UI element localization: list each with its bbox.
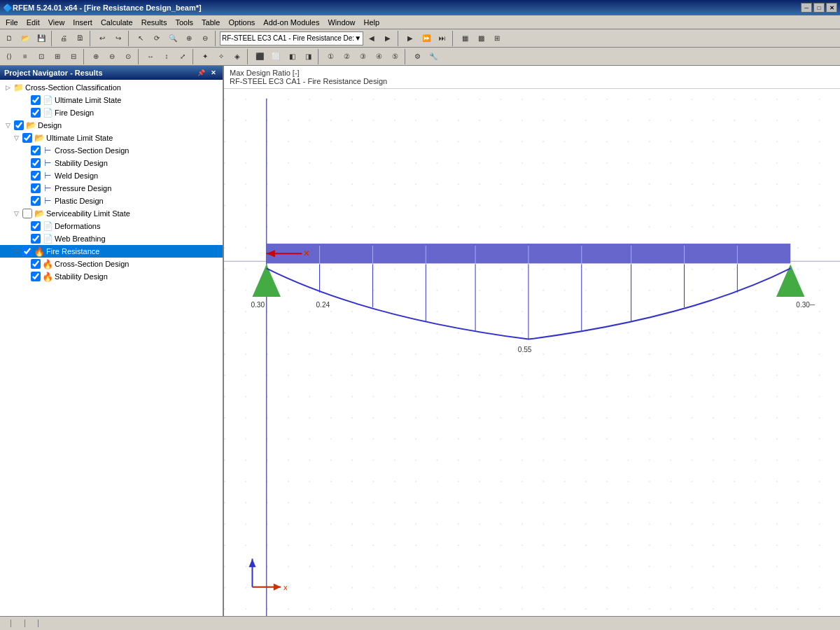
tb2-25[interactable]: 🔧 <box>426 49 441 64</box>
minimize-button[interactable]: ─ <box>801 3 812 13</box>
menu-options[interactable]: Options <box>224 17 259 28</box>
tb2-5[interactable]: ⊟ <box>66 49 81 64</box>
tb2-10[interactable]: ↕ <box>159 49 174 64</box>
tree-item-fr[interactable]: ▽ 🔥 Fire Resistance <box>0 245 223 258</box>
tree-item-uls1[interactable]: 📄 Ultimate Limit State <box>0 94 223 106</box>
tb2-21[interactable]: ③ <box>355 49 370 64</box>
check-csd[interactable] <box>31 146 41 155</box>
tree-item-sls[interactable]: ▽ 📂 Serviceability Limit State <box>0 207 223 220</box>
tree-item-def[interactable]: 📄 Deformations <box>0 220 223 232</box>
tb-zoom[interactable]: 🔍 <box>165 31 181 46</box>
tree-item-fr-sd[interactable]: 🔥 Stability Design <box>0 270 223 283</box>
tb2-9[interactable]: ↔ <box>143 49 158 64</box>
menu-edit[interactable]: Edit <box>22 17 44 28</box>
menu-table[interactable]: Table <box>197 17 224 28</box>
tb-grid3[interactable]: ⊞ <box>489 31 505 46</box>
tb-run3[interactable]: ⏭ <box>435 31 450 46</box>
tb2-16[interactable]: ⬜ <box>268 49 284 64</box>
tb2-20[interactable]: ② <box>339 49 354 64</box>
tb2-14[interactable]: ◈ <box>230 49 245 64</box>
tb-run2[interactable]: ⏩ <box>419 31 434 46</box>
tb2-4[interactable]: ⊞ <box>50 49 65 64</box>
maximize-button[interactable]: □ <box>813 3 825 13</box>
toolbar2: ⟨⟩ ≡ ⊡ ⊞ ⊟ ⊕ ⊖ ⊙ ↔ ↕ ⤢ ✦ ✧ ◈ ⬛ ⬜ ◧ ◨ ① ②… <box>0 48 840 66</box>
check-wb[interactable] <box>31 234 41 244</box>
tb2-15[interactable]: ⬛ <box>252 49 267 64</box>
menu-help[interactable]: Help <box>360 17 384 28</box>
tb-grid1[interactable]: ▦ <box>457 31 472 46</box>
tb2-8[interactable]: ⊙ <box>120 49 136 64</box>
check-fire1[interactable] <box>31 108 41 118</box>
sep3 <box>128 31 131 46</box>
tb-rotate[interactable]: ⟳ <box>149 31 164 46</box>
tree-item-pd[interactable]: ⊢ Pressure Design <box>0 182 223 195</box>
check-fr-csd[interactable] <box>31 259 41 269</box>
addon-dropdown[interactable]: RF-STEEL EC3 CA1 - Fire Resistance De: ▼ <box>220 31 363 46</box>
tb2-19[interactable]: ① <box>323 49 338 64</box>
panel-pin-button[interactable]: 📌 <box>195 69 207 76</box>
tree-item-sd1[interactable]: ⊢ Stability Design <box>0 157 223 169</box>
tb-select[interactable]: ↖ <box>133 31 148 46</box>
tb2-2[interactable]: ≡ <box>18 49 33 64</box>
tb2-11[interactable]: ⤢ <box>175 49 190 64</box>
tree-item-fire1[interactable]: 📄 Fire Design <box>0 106 223 119</box>
tb-redo[interactable]: ↪ <box>111 31 126 46</box>
label-fr-sd: Stability Design <box>55 272 108 281</box>
menu-tools[interactable]: Tools <box>171 17 197 28</box>
tb-new[interactable]: 🗋 <box>1 31 17 46</box>
tree-item-plast[interactable]: ⊢ Plastic Design <box>0 195 223 207</box>
check-design[interactable] <box>14 120 24 130</box>
tb-nav-prev[interactable]: ◀ <box>364 31 379 46</box>
tree-item-uls2[interactable]: ▽ 📂 Ultimate Limit State <box>0 132 223 144</box>
menu-insert[interactable]: Insert <box>69 17 97 28</box>
check-fr-sd[interactable] <box>31 272 41 281</box>
tree-item-wb[interactable]: 📄 Web Breathing <box>0 232 223 245</box>
tree-item-fr-csd[interactable]: 🔥 Cross-Section Design <box>0 258 223 270</box>
tb-printprev[interactable]: 🖺 <box>72 31 88 46</box>
check-fr[interactable] <box>22 246 32 256</box>
check-uls2[interactable] <box>22 133 32 143</box>
tb-grid2[interactable]: ▩ <box>473 31 489 46</box>
check-sls[interactable] <box>22 209 32 218</box>
tb-run1[interactable]: ▶ <box>402 31 418 46</box>
tree-item-cross-section-class[interactable]: ▷ 📁 Cross-Section Classification <box>0 81 223 94</box>
tb-print[interactable]: 🖨 <box>56 31 71 46</box>
menu-results[interactable]: Results <box>137 17 172 28</box>
tb2-6[interactable]: ⊕ <box>88 49 104 64</box>
check-sd1[interactable] <box>31 158 41 168</box>
tb-zoomin[interactable]: ⊕ <box>181 31 197 46</box>
title-bar-controls: ─ □ ✕ <box>801 3 837 13</box>
close-button[interactable]: ✕ <box>826 3 837 13</box>
check-plast[interactable] <box>31 196 41 206</box>
menu-file[interactable]: File <box>1 17 22 28</box>
check-def[interactable] <box>31 221 41 231</box>
svg-text:0.30─: 0.30─ <box>796 301 816 309</box>
tree-item-csd[interactable]: ⊢ Cross-Section Design <box>0 144 223 157</box>
menu-calculate[interactable]: Calculate <box>97 17 137 28</box>
check-uls1[interactable] <box>31 95 41 105</box>
menu-view[interactable]: View <box>44 17 69 28</box>
tree-item-design[interactable]: ▽ 📂 Design <box>0 119 223 132</box>
tb2-12[interactable]: ✦ <box>197 49 213 64</box>
tb-nav-next[interactable]: ▶ <box>380 31 396 46</box>
tb2-1[interactable]: ⟨⟩ <box>1 49 17 64</box>
tb2-17[interactable]: ◧ <box>284 49 300 64</box>
tb2-24[interactable]: ⚙ <box>410 49 425 64</box>
check-pd[interactable] <box>31 183 41 193</box>
sep2 <box>90 31 92 46</box>
check-wd[interactable] <box>31 171 41 181</box>
tb2-23[interactable]: ⑤ <box>387 49 402 64</box>
tb2-22[interactable]: ④ <box>371 49 386 64</box>
tb2-7[interactable]: ⊖ <box>104 49 120 64</box>
tb-open[interactable]: 📂 <box>18 31 33 46</box>
menu-window[interactable]: Window <box>323 17 359 28</box>
tb2-13[interactable]: ✧ <box>214 49 229 64</box>
tb-undo[interactable]: ↩ <box>94 31 110 46</box>
tb-zoomout[interactable]: ⊖ <box>197 31 213 46</box>
tree-item-wd[interactable]: ⊢ Weld Design <box>0 169 223 182</box>
panel-close-button[interactable]: ✕ <box>209 69 218 76</box>
tb2-3[interactable]: ⊡ <box>34 49 49 64</box>
menu-addons[interactable]: Add-on Modules <box>259 17 323 28</box>
tb-save[interactable]: 💾 <box>34 31 49 46</box>
tb2-18[interactable]: ◨ <box>300 49 316 64</box>
